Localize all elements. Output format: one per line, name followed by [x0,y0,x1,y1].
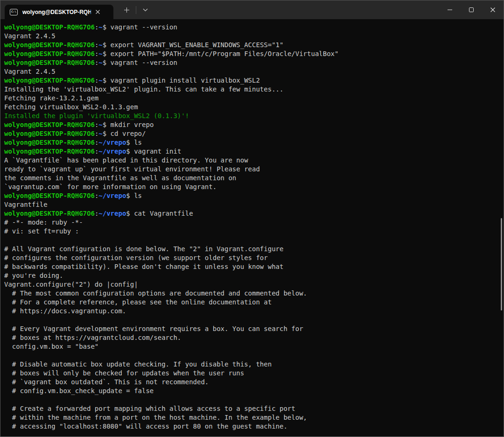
chevron-down-icon [143,8,148,12]
terminal-line: wolyong@DESKTOP-RQHG7O6:~$ vagrant plugi… [4,76,504,85]
minimize-button[interactable] [439,0,461,19]
terminal-line: wolyong@DESKTOP-RQHG7O6:~/vrepo$ cat Vag… [4,209,504,218]
terminal-line: wolyong@DESKTOP-RQHG7O6:~$ cd vrepo/ [4,129,504,138]
terminal-line: config.vm.box = "base" [4,342,504,351]
scrollbar-thumb[interactable] [501,218,502,310]
terminal-window: C:\ wolyong@DESKTOP-RQHG7O6 [0,0,504,437]
close-icon [95,9,100,14]
terminal-line: Fetching virtualbox_WSL2-0.1.3.gem [4,103,504,112]
terminal-line: A `Vagrantfile` has been placed in this … [4,156,504,165]
terminal-line: # Every Vagrant development environment … [4,324,504,333]
terminal-line: # backwards compatibility). Please don't… [4,262,504,271]
terminal-line: wolyong@DESKTOP-RQHG7O6:~$ vagrant --ver… [4,23,504,32]
tab-dropdown-button[interactable] [139,3,152,17]
terminal-line: # The most common configuration options … [4,289,504,298]
terminal-line: # config.vm.box_check_update = false [4,387,504,395]
terminal-line: # you're doing. [4,271,504,280]
terminal-line: # boxes at https://vagrantcloud.com/sear… [4,333,504,342]
terminal-line: Installed the plugin 'virtualbox_WSL2 (0… [4,112,504,120]
terminal-line: wolyong@DESKTOP-RQHG7O6:~/vrepo$ ls [4,138,504,147]
terminal-line: # boxes will only be checked for updates… [4,369,504,378]
terminal-line: wolyong@DESKTOP-RQHG7O6:~/vrepo$ ls [4,191,504,200]
scrollbar[interactable] [501,19,503,437]
tab-wsl-session[interactable]: C:\ wolyong@DESKTOP-RQHG7O6 [5,5,113,19]
new-tab-button[interactable] [119,3,133,17]
terminal-line: # configures the configuration version (… [4,254,504,262]
tab-title: wolyong@DESKTOP-RQHG7O6 [22,9,91,15]
terminal-line: # Disable automatic box update checking.… [4,360,504,369]
close-button[interactable] [482,0,504,19]
terminal-line: Fetching rake-13.2.1.gem [4,94,504,103]
terminal-line: # accessing "localhost:8080" will access… [4,422,504,431]
terminal-line: Vagrant.configure("2") do |config| [4,280,504,289]
terminal-line: # Create a forwarded port mapping which … [4,404,504,413]
maximize-button[interactable] [461,0,482,19]
terminal-line [4,316,504,324]
terminal-line: wolyong@DESKTOP-RQHG7O6:~$ export VAGRAN… [4,41,504,49]
terminal-line: Vagrant 2.4.5 [4,67,504,76]
terminal-line: Installing the 'virtualbox_WSL2' plugin.… [4,85,504,94]
terminal-line: # https://docs.vagrantup.com. [4,307,504,316]
terminal-line [4,351,504,360]
terminal-viewport[interactable]: wolyong@DESKTOP-RQHG7O6:~$ vagrant --ver… [0,19,504,437]
terminal-line [4,236,504,245]
terminal-line: Vagrantfile [4,200,504,209]
minimize-icon [447,7,453,13]
tab-bar-divider [136,6,136,14]
terminal-line: wolyong@DESKTOP-RQHG7O6:~$ export PATH="… [4,49,504,58]
terminal-line: wolyong@DESKTOP-RQHG7O6:~/vrepo$ vagrant… [4,147,504,156]
terminal-line: # within the machine from a port on the … [4,413,504,422]
terminal-line: ready to `vagrant up` your first virtual… [4,165,504,174]
terminal-line: Vagrant 2.4.5 [4,32,504,41]
terminal-line: wolyong@DESKTOP-RQHG7O6:~$ mkdir vrepo [4,120,504,129]
terminal-line: # For a complete reference, please see t… [4,298,504,307]
close-icon [490,7,496,13]
terminal-output: wolyong@DESKTOP-RQHG7O6:~$ vagrant --ver… [0,19,504,431]
terminal-line: # vi: set ft=ruby : [4,227,504,236]
terminal-line: wolyong@DESKTOP-RQHG7O6:~$ vagrant --ver… [4,58,504,67]
command-prompt-icon: C:\ [10,9,18,15]
tab-close-button[interactable] [92,7,103,18]
maximize-icon [469,7,474,13]
tab-bar: C:\ wolyong@DESKTOP-RQHG7O6 [0,0,504,19]
terminal-line: the comments in the Vagrantfile as well … [4,174,504,183]
terminal-line: # -*- mode: ruby -*- [4,218,504,227]
plus-icon [124,7,130,13]
terminal-line: `vagrantup.com` for more information on … [4,183,504,191]
terminal-line: # `vagrant box outdated`. This is not re… [4,378,504,387]
terminal-line [4,395,504,404]
terminal-line: # All Vagrant configuration is done belo… [4,245,504,254]
